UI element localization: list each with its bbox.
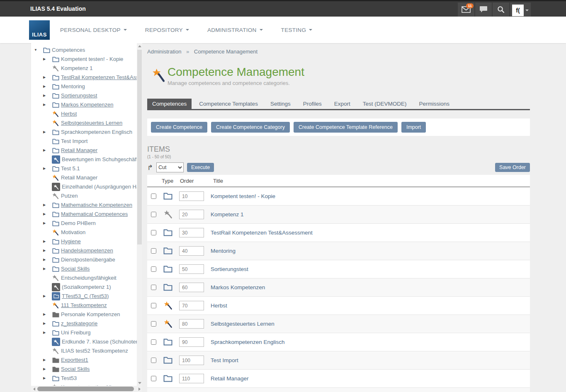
tree-item-label[interactable]: Competences (52, 46, 85, 55)
tree-expand-icon[interactable]: ▶ (43, 365, 52, 374)
tree-expand-icon[interactable]: ▶ (43, 201, 52, 210)
scroll-up-icon[interactable] (137, 43, 142, 49)
tree-horizontal-scrollbar[interactable] (31, 386, 142, 392)
row-checkbox[interactable] (151, 248, 156, 254)
tree-expand-icon[interactable]: ▶ (43, 356, 52, 365)
import-button[interactable]: Import (401, 122, 426, 133)
nav-menu-personal-desktop[interactable]: PERSONAL DESKTOP (60, 27, 127, 33)
bulk-action-select[interactable]: Cut (156, 162, 184, 172)
tree-expand-icon[interactable]: ▶ (43, 310, 52, 319)
row-checkbox[interactable] (151, 285, 156, 290)
scroll-down-icon[interactable] (137, 380, 142, 386)
tree-item-label[interactable]: Mathematische Kompetenzen (61, 201, 132, 210)
search-button[interactable] (493, 2, 509, 18)
tab-profiles[interactable]: Profiles (298, 99, 327, 109)
order-input[interactable] (179, 191, 204, 201)
scrollbar-thumb[interactable] (37, 387, 134, 391)
row-checkbox[interactable] (151, 358, 156, 363)
row-title-link[interactable]: TestRail Kompetenzen Test&Assessment (211, 230, 313, 236)
tab-test-devmode-[interactable]: Test (DEVMODE) (358, 99, 412, 109)
tree-expand-icon[interactable]: ▶ (43, 374, 52, 383)
scroll-left-icon[interactable] (31, 386, 37, 392)
save-order-button[interactable]: Save Order (495, 163, 530, 172)
tree-item-label[interactable]: ILIAS test52 Testkompetenz (61, 346, 128, 356)
row-title-link[interactable]: Sortierungstest (211, 266, 248, 272)
tree-item-label[interactable]: Einzelhandel (Ausprägungen Hand (62, 182, 137, 191)
order-input[interactable] (179, 210, 204, 219)
tree-item-label[interactable]: Bewertungen im Schuhgeschäft () (62, 155, 137, 164)
tree-item-label[interactable]: Test Import (61, 137, 87, 146)
tree-expand-icon[interactable]: ▶ (43, 246, 52, 255)
row-title-link[interactable]: Selbstgesteuertes Lernen (211, 321, 274, 327)
tree-item-label[interactable]: Kompetent testen! - Kopie (61, 55, 123, 64)
row-title-link[interactable]: Retail Manager (211, 375, 249, 382)
tree-item-label[interactable]: Selbstgesteuertes Lernen (61, 119, 122, 128)
tree-item-label[interactable]: Hygiene (61, 237, 81, 246)
tree-item-label[interactable]: Kompetenz 1 (61, 64, 93, 73)
tab-export[interactable]: Export (329, 99, 355, 109)
tree-item-label[interactable]: Exporttest1 (61, 356, 88, 365)
nav-menu-testing[interactable]: TESTING (281, 27, 313, 33)
order-input[interactable] (179, 319, 204, 329)
tree-item-label[interactable]: Entscheidungsfähigkeit (61, 273, 117, 283)
select-all-arrow-icon[interactable]: ↱ (147, 164, 156, 171)
tree-expand-icon[interactable]: ▶ (43, 146, 52, 155)
order-input[interactable] (179, 374, 204, 383)
tree-item-label[interactable]: (Sozialkompetenz 1) (62, 283, 111, 292)
tree-collapse-icon[interactable]: ▼ (34, 46, 43, 55)
row-title-link[interactable]: Markos Kompetenzen (211, 284, 265, 290)
tree-expand-icon[interactable]: ▶ (43, 210, 52, 219)
tree-item-label[interactable]: Motivation (61, 228, 85, 237)
tree-expand-icon[interactable]: ▶ (43, 264, 52, 273)
tree-item-label[interactable]: Putzen (61, 191, 78, 201)
order-input[interactable] (179, 283, 204, 292)
breadcrumb-administration[interactable]: Administration (147, 48, 181, 55)
row-checkbox[interactable] (151, 321, 156, 327)
tree-expand-icon[interactable]: ▶ (43, 219, 52, 228)
tree-item-label[interactable]: Dienstpostenübergabe (61, 255, 115, 264)
tree-item-label[interactable]: Retail Manager (61, 173, 97, 182)
create-competence-template-reference-button[interactable]: Create Competence Template Reference (294, 122, 398, 133)
tree-item-label[interactable]: Social Skills (61, 365, 90, 374)
tree-item-label[interactable]: Social Skills (61, 264, 90, 273)
tree-item-label[interactable]: Erdkunde 7. Klasse (Schulnoten) (62, 337, 137, 346)
row-checkbox[interactable] (151, 212, 156, 217)
create-competence-category-button[interactable]: Create Competence Category (211, 122, 290, 133)
scroll-right-icon[interactable] (136, 386, 142, 392)
mail-button[interactable]: 11 (458, 2, 474, 18)
order-input[interactable] (179, 337, 204, 347)
tab-competences[interactable]: Competences (147, 99, 192, 109)
tree-vertical-scrollbar[interactable] (137, 43, 142, 386)
create-competence-button[interactable]: Create Competence (151, 122, 207, 133)
tree-expand-icon[interactable]: ▶ (43, 100, 52, 109)
row-title-link[interactable]: Test Import (211, 357, 238, 363)
tree-item-label[interactable]: Demo PHBern (61, 219, 96, 228)
row-title-link[interactable]: Kompetent testen! - Kopie (211, 193, 275, 199)
nav-menu-repository[interactable]: REPOSITORY (145, 27, 189, 33)
tree-expand-icon[interactable]: ▶ (43, 91, 52, 100)
tree-expand-icon[interactable]: ▶ (43, 164, 52, 173)
scrollbar-thumb[interactable] (137, 50, 142, 244)
tree-item-label[interactable]: Herbst (61, 109, 77, 119)
tree-item-label[interactable]: Sortierungstest (61, 91, 97, 100)
tab-permissions[interactable]: Permissions (414, 99, 454, 109)
row-checkbox[interactable] (151, 194, 156, 199)
tree-expand-icon[interactable]: ▶ (43, 55, 52, 64)
tab-settings[interactable]: Settings (265, 99, 296, 109)
row-checkbox[interactable] (151, 230, 156, 235)
tree-expand-icon[interactable]: ▶ (43, 73, 52, 82)
tree-expand-icon[interactable]: ▶ (43, 319, 52, 328)
tree-item-label[interactable]: Mentoring (61, 82, 85, 91)
tree-item-label[interactable]: z_testkategorie (61, 319, 97, 328)
tree-expand-icon[interactable]: ▶ (43, 255, 52, 264)
row-title-link[interactable]: Sprachkompetenzen Englisch (211, 339, 285, 345)
tree-item-label[interactable]: TTest53_C (Test53) (62, 292, 109, 301)
tree-item-label[interactable]: Test53 (61, 374, 77, 383)
row-title-link[interactable]: Kompetenz 1 (211, 211, 244, 218)
tree-item-label[interactable]: Kompetenztesting Alina (61, 383, 117, 386)
order-input[interactable] (179, 301, 204, 310)
row-checkbox[interactable] (151, 303, 156, 308)
order-input[interactable] (179, 246, 204, 256)
tree-item-label[interactable]: Retail Manager (61, 146, 97, 155)
tab-competence-templates[interactable]: Competence Templates (194, 99, 263, 109)
